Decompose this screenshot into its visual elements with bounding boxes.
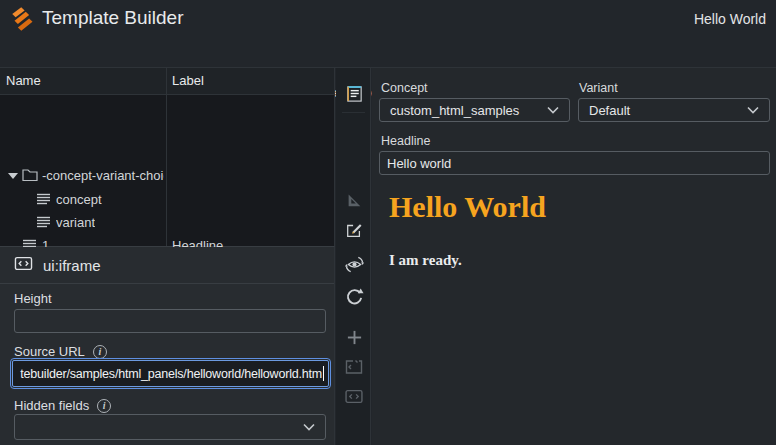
preview-body: I am ready. bbox=[389, 252, 462, 269]
insert-code-icon bbox=[344, 386, 364, 406]
ruler-icon bbox=[344, 190, 364, 210]
text-lines-icon bbox=[36, 192, 51, 209]
code-icon bbox=[14, 256, 33, 274]
headline-label: Headline bbox=[381, 134, 430, 148]
source-url-label: Source URL i bbox=[14, 344, 107, 359]
tab-bar: Scenes Fill-in Form Template Properties … bbox=[0, 38, 776, 68]
side-toolbar bbox=[336, 68, 371, 445]
tree-row-concept-variant-choice[interactable]: -concept-variant-choic bbox=[0, 164, 334, 187]
app-logo-icon bbox=[10, 6, 37, 33]
fill-in-form-panel: Concept custom_html_samples Variant Defa… bbox=[372, 68, 776, 445]
refresh-icon[interactable] bbox=[344, 286, 364, 306]
insert-script-icon bbox=[344, 357, 364, 377]
properties-title: ui:iframe bbox=[43, 257, 101, 274]
text-lines-icon bbox=[36, 215, 51, 232]
iframe-properties-panel: ui:iframe Height Source URL i tebuilder/… bbox=[0, 247, 335, 445]
app-title: Template Builder bbox=[42, 7, 184, 29]
tree-row-concept[interactable]: concept bbox=[0, 188, 334, 211]
top-bar: Template Builder Hello World bbox=[0, 0, 776, 38]
tree-row-variant[interactable]: variant bbox=[0, 211, 334, 234]
field-tree-panel: Name Label -concept-variant-choic concep… bbox=[0, 68, 335, 247]
preview-heading: Hello World bbox=[389, 190, 546, 224]
hidden-fields-select[interactable] bbox=[14, 414, 326, 440]
template-name: Hello World bbox=[694, 11, 766, 27]
source-url-input[interactable]: tebuilder/samples/html_panels/helloworld… bbox=[12, 360, 329, 387]
chevron-down-icon bbox=[547, 106, 559, 114]
tree-column-name: Name bbox=[6, 73, 41, 88]
folder-icon bbox=[22, 168, 38, 185]
height-input[interactable] bbox=[14, 309, 326, 333]
variant-label: Variant bbox=[579, 81, 618, 95]
info-icon[interactable]: i bbox=[93, 345, 107, 359]
template-builder-window: Template Builder Hello World Scenes Fill… bbox=[0, 0, 776, 445]
divider bbox=[342, 112, 365, 113]
divider bbox=[0, 283, 334, 284]
auto-preview-icon[interactable] bbox=[344, 254, 364, 274]
concept-label: Concept bbox=[381, 81, 428, 95]
fill-in-form-panel-icon[interactable] bbox=[344, 83, 364, 103]
variant-select[interactable]: Default bbox=[578, 98, 770, 122]
chevron-down-icon bbox=[747, 106, 759, 114]
chevron-down-icon bbox=[303, 423, 315, 431]
hidden-fields-label: Hidden fields i bbox=[14, 398, 111, 413]
headline-input[interactable] bbox=[379, 151, 770, 175]
tree-column-label: Label bbox=[172, 73, 204, 88]
edit-icon[interactable] bbox=[344, 220, 364, 240]
add-icon bbox=[344, 327, 364, 347]
caret-down-icon[interactable] bbox=[8, 173, 18, 179]
concept-select[interactable]: custom_html_samples bbox=[379, 98, 570, 122]
info-icon[interactable]: i bbox=[97, 399, 111, 413]
tree-header-row: Name Label bbox=[0, 68, 334, 95]
text-caret bbox=[323, 366, 324, 381]
height-label: Height bbox=[14, 291, 52, 306]
